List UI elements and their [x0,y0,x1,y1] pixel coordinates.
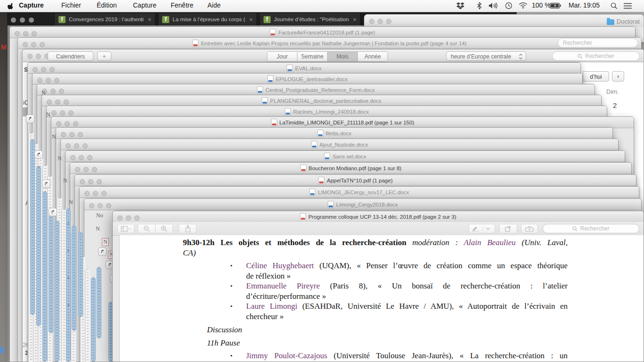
word-scroll-thumb[interactable] [72,225,76,331]
window-title-bar[interactable]: EPILOGUE_àretravailler.docx [33,74,582,85]
document-line: ▪Laure Limongi (ESAHDaR, Université Le H… [246,301,568,312]
word-tabstop-icon[interactable]: ↱ [98,247,107,256]
view-année[interactable]: Année [358,52,388,61]
window-title-bar[interactable]: filetta.docx [56,128,612,139]
background-search-input[interactable]: Rechercher [558,38,638,48]
menu-app-name[interactable]: Capture [19,1,44,9]
calendars-button[interactable]: Calendriers [48,51,93,61]
window-title-bar[interactable]: Limongi_Cergy2018.docx [84,199,641,210]
word-scroll-thumb[interactable] [55,221,59,362]
window-controls[interactable] [80,178,105,186]
today-button[interactable]: d’hui [583,71,609,82]
text-segment: (Université Toulouse Jean-Jaurès), « La … [327,351,568,360]
spotlight-search-icon[interactable] [611,2,618,9]
word-tabstop-icon[interactable]: ↱ [34,150,43,159]
tab-close-icon[interactable]: × [353,16,356,23]
pdf-file-icon [318,177,324,184]
zoom-in-button[interactable] [155,224,173,233]
word-tabstop-icon[interactable]: ↱ [26,115,34,123]
menu-item-aide[interactable]: Aide [207,1,221,9]
notification-center-icon[interactable] [624,3,632,9]
preview-window[interactable]: Programme colloque UCP 13-14 déc. 2018.p… [112,211,644,362]
window-controls[interactable] [369,17,395,26]
share-button[interactable] [179,224,197,233]
browser-window-controls[interactable] [11,16,38,25]
window-controls[interactable] [70,154,96,162]
wifi-icon[interactable] [519,2,528,9]
calendar-view-switcher[interactable]: JourSemaineMoisAnnée [267,51,388,62]
window-controls[interactable] [117,214,143,222]
menu-item-fenetre[interactable]: Fenêtre [171,1,193,9]
word-tabstop-icon[interactable]: ↱ [49,208,57,216]
bullet-marker: ▪ [231,281,232,291]
menu-item-edition[interactable]: Édition [97,1,117,9]
rotate-button[interactable] [499,224,517,233]
window-title-bar[interactable]: FactureAirFrance04122018.pdf (1 page) [10,27,635,38]
word-scroll-thumb[interactable] [66,208,71,362]
apple-menu-icon[interactable] [8,2,14,10]
next-month-button[interactable]: › [612,71,624,82]
view-jour[interactable]: Jour [267,52,297,61]
person-name-link[interactable]: Jimmy Poulot-Cazajous [246,351,327,360]
view-mois[interactable]: Mois [328,52,358,61]
window-title-bar[interactable]: Programme colloque UCP 13-14 déc. 2018.p… [113,211,644,222]
word-scroll-thumb[interactable] [30,139,35,315]
person-name-link[interactable]: Laure Limongi [246,302,297,311]
person-name-link[interactable]: Alain Beaulieu [464,238,516,247]
window-title-bar[interactable]: Sans sel.docx [66,151,625,162]
calendar-search-input[interactable]: Rechercher [552,51,640,61]
word-scroll-thumb[interactable] [78,232,83,317]
word-scroll-thumb[interactable] [42,191,47,362]
docx-file-icon [309,189,315,196]
menu-item-capture[interactable]: Capture [133,1,157,9]
bluetooth-icon[interactable] [477,2,482,9]
window-controls[interactable] [75,165,100,174]
markup-pen-button[interactable] [469,224,495,233]
window-title-bar[interactable]: Boucheron Modiano.pdf (page 1 sur 8) [70,163,631,174]
ruler-number: 2 [66,249,71,252]
window-controls[interactable] [61,131,86,139]
sidebar-view-button[interactable] [117,224,134,233]
menu-item-fichier[interactable]: Fichier [61,1,81,9]
window-title-bar[interactable]: EVAL.docx [28,63,580,74]
add-event-button[interactable]: + [97,51,111,61]
text-segment: (Univ. Laval, [516,238,568,247]
tab-close-icon[interactable]: × [249,16,253,23]
preview-search-input[interactable]: Rechercher [543,224,639,233]
menu-clock[interactable]: Mar. 19:05 [569,1,600,9]
time-machine-icon[interactable] [505,2,512,9]
word-scroll-thumb[interactable] [91,277,96,362]
word-scroll-thumb[interactable] [49,213,53,333]
window-controls[interactable] [66,142,91,150]
pdf-document-text: 9h30-12h Les objets et méthodes de la re… [120,238,644,362]
word-tabstop-icon[interactable]: ↱ [42,180,50,188]
word-scroll-thumb[interactable] [97,267,101,338]
browser-tab[interactable]: fJournée d’études : "Poétisation× [259,13,361,25]
window-controls[interactable] [89,202,115,210]
browser-tab[interactable]: fLa mise à l’épreuve du corps (re× [158,13,257,25]
window-controls[interactable] [23,41,48,49]
window-title-bar[interactable]: Entretien avec Leslie Kaplan Propos recu… [18,38,641,49]
tab-close-icon[interactable]: × [148,16,151,23]
window-title-bar[interactable]: Racines_Limongi_240918.docx [47,106,607,117]
volume-icon[interactable] [488,2,498,9]
zoom-out-button[interactable] [138,224,156,233]
person-name-link[interactable]: Emmanuelle Pireyre [246,281,320,290]
timezone-select[interactable]: heure d’Europe centrale [446,51,526,61]
markup-toolbox-button[interactable] [521,224,538,233]
window-title-bar[interactable]: LaTimidite_LIMONGI_DEF_211118.pdf (page … [51,117,634,128]
desktop-letter-m: M [1,43,7,51]
window-title-bar[interactable]: Ajout_Nustrale.docx [61,139,618,150]
window-title-bar[interactable]: Central_Postgraduate_Reference_Form.docx [37,84,594,96]
dropbox-icon[interactable] [456,2,464,9]
word-scroll-thumb[interactable] [36,166,41,326]
window-title-bar[interactable]: PLANGÉNÉRAL_doctorat_partiecréative.docx [42,95,601,107]
window-title-bar[interactable]: AppelTaTN°10.pdf (1 page) [75,175,636,186]
window-controls[interactable] [84,189,110,198]
browser-tab[interactable]: fConvergences 2019 : l’authentic× [54,13,156,25]
view-semaine[interactable]: Semaine [297,52,328,61]
window-title-bar[interactable]: LIMONGI_JECergy_nov17_LEC.docx [80,187,639,198]
word-style-label-partial: N [96,225,100,232]
document-line: ▪Jimmy Poulot-Cazajous (Université Toulo… [246,351,568,361]
person-name-link[interactable]: Céline Huyghebaert [246,261,314,270]
